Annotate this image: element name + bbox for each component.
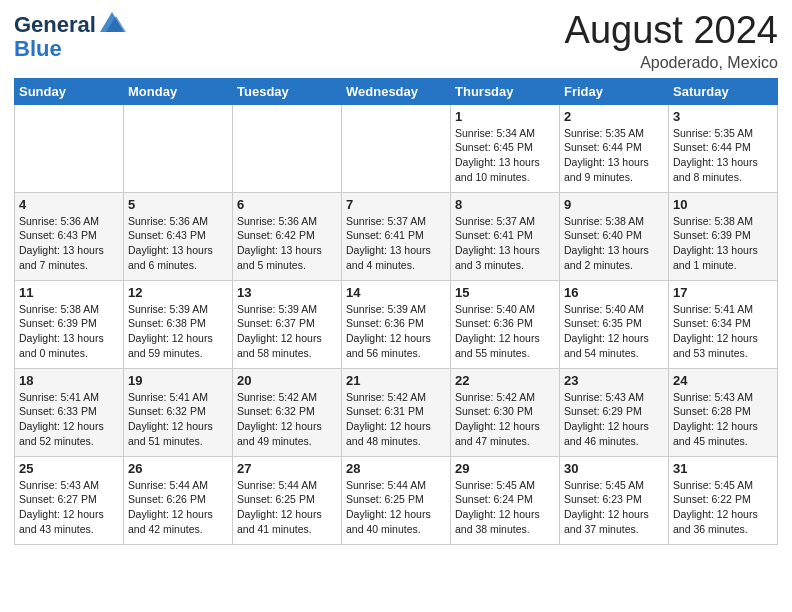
day-number: 18 [19, 373, 119, 388]
day-cell: 28Sunrise: 5:44 AM Sunset: 6:25 PM Dayli… [342, 456, 451, 544]
day-number: 19 [128, 373, 228, 388]
day-number: 30 [564, 461, 664, 476]
day-info: Sunrise: 5:43 AM Sunset: 6:28 PM Dayligh… [673, 390, 773, 449]
day-number: 9 [564, 197, 664, 212]
day-number: 12 [128, 285, 228, 300]
day-cell: 22Sunrise: 5:42 AM Sunset: 6:30 PM Dayli… [451, 368, 560, 456]
day-number: 1 [455, 109, 555, 124]
day-number: 28 [346, 461, 446, 476]
week-row-2: 4Sunrise: 5:36 AM Sunset: 6:43 PM Daylig… [15, 192, 778, 280]
week-row-4: 18Sunrise: 5:41 AM Sunset: 6:33 PM Dayli… [15, 368, 778, 456]
day-cell: 15Sunrise: 5:40 AM Sunset: 6:36 PM Dayli… [451, 280, 560, 368]
day-cell [233, 104, 342, 192]
day-info: Sunrise: 5:38 AM Sunset: 6:39 PM Dayligh… [673, 214, 773, 273]
day-number: 22 [455, 373, 555, 388]
month-title: August 2024 [565, 10, 778, 52]
day-number: 23 [564, 373, 664, 388]
day-info: Sunrise: 5:39 AM Sunset: 6:38 PM Dayligh… [128, 302, 228, 361]
day-cell: 31Sunrise: 5:45 AM Sunset: 6:22 PM Dayli… [669, 456, 778, 544]
day-number: 21 [346, 373, 446, 388]
day-number: 14 [346, 285, 446, 300]
day-number: 6 [237, 197, 337, 212]
day-cell: 8Sunrise: 5:37 AM Sunset: 6:41 PM Daylig… [451, 192, 560, 280]
day-number: 8 [455, 197, 555, 212]
header: General Blue August 2024 Apoderado, Mexi… [14, 10, 778, 72]
day-info: Sunrise: 5:38 AM Sunset: 6:39 PM Dayligh… [19, 302, 119, 361]
day-info: Sunrise: 5:40 AM Sunset: 6:36 PM Dayligh… [455, 302, 555, 361]
day-cell: 11Sunrise: 5:38 AM Sunset: 6:39 PM Dayli… [15, 280, 124, 368]
week-row-5: 25Sunrise: 5:43 AM Sunset: 6:27 PM Dayli… [15, 456, 778, 544]
day-cell: 16Sunrise: 5:40 AM Sunset: 6:35 PM Dayli… [560, 280, 669, 368]
day-info: Sunrise: 5:37 AM Sunset: 6:41 PM Dayligh… [346, 214, 446, 273]
day-info: Sunrise: 5:44 AM Sunset: 6:25 PM Dayligh… [237, 478, 337, 537]
logo-icon [98, 8, 126, 36]
day-cell: 1Sunrise: 5:34 AM Sunset: 6:45 PM Daylig… [451, 104, 560, 192]
day-number: 3 [673, 109, 773, 124]
day-cell: 2Sunrise: 5:35 AM Sunset: 6:44 PM Daylig… [560, 104, 669, 192]
day-info: Sunrise: 5:41 AM Sunset: 6:32 PM Dayligh… [128, 390, 228, 449]
header-row: SundayMondayTuesdayWednesdayThursdayFrid… [15, 78, 778, 104]
logo: General Blue [14, 14, 126, 62]
page: General Blue August 2024 Apoderado, Mexi… [0, 0, 792, 612]
day-cell: 20Sunrise: 5:42 AM Sunset: 6:32 PM Dayli… [233, 368, 342, 456]
day-info: Sunrise: 5:37 AM Sunset: 6:41 PM Dayligh… [455, 214, 555, 273]
day-cell: 14Sunrise: 5:39 AM Sunset: 6:36 PM Dayli… [342, 280, 451, 368]
day-info: Sunrise: 5:41 AM Sunset: 6:34 PM Dayligh… [673, 302, 773, 361]
day-info: Sunrise: 5:41 AM Sunset: 6:33 PM Dayligh… [19, 390, 119, 449]
logo-general: General [14, 14, 96, 36]
day-info: Sunrise: 5:45 AM Sunset: 6:22 PM Dayligh… [673, 478, 773, 537]
day-cell: 27Sunrise: 5:44 AM Sunset: 6:25 PM Dayli… [233, 456, 342, 544]
day-number: 2 [564, 109, 664, 124]
day-number: 25 [19, 461, 119, 476]
day-cell: 7Sunrise: 5:37 AM Sunset: 6:41 PM Daylig… [342, 192, 451, 280]
day-info: Sunrise: 5:42 AM Sunset: 6:30 PM Dayligh… [455, 390, 555, 449]
week-row-1: 1Sunrise: 5:34 AM Sunset: 6:45 PM Daylig… [15, 104, 778, 192]
day-cell: 13Sunrise: 5:39 AM Sunset: 6:37 PM Dayli… [233, 280, 342, 368]
day-info: Sunrise: 5:40 AM Sunset: 6:35 PM Dayligh… [564, 302, 664, 361]
day-info: Sunrise: 5:42 AM Sunset: 6:31 PM Dayligh… [346, 390, 446, 449]
day-info: Sunrise: 5:34 AM Sunset: 6:45 PM Dayligh… [455, 126, 555, 185]
day-cell: 30Sunrise: 5:45 AM Sunset: 6:23 PM Dayli… [560, 456, 669, 544]
day-info: Sunrise: 5:38 AM Sunset: 6:40 PM Dayligh… [564, 214, 664, 273]
day-cell [342, 104, 451, 192]
calendar-table: SundayMondayTuesdayWednesdayThursdayFrid… [14, 78, 778, 545]
day-info: Sunrise: 5:45 AM Sunset: 6:24 PM Dayligh… [455, 478, 555, 537]
day-number: 5 [128, 197, 228, 212]
day-number: 27 [237, 461, 337, 476]
day-cell: 17Sunrise: 5:41 AM Sunset: 6:34 PM Dayli… [669, 280, 778, 368]
day-number: 7 [346, 197, 446, 212]
day-info: Sunrise: 5:42 AM Sunset: 6:32 PM Dayligh… [237, 390, 337, 449]
day-number: 11 [19, 285, 119, 300]
col-header-tuesday: Tuesday [233, 78, 342, 104]
day-info: Sunrise: 5:35 AM Sunset: 6:44 PM Dayligh… [673, 126, 773, 185]
day-info: Sunrise: 5:39 AM Sunset: 6:37 PM Dayligh… [237, 302, 337, 361]
col-header-thursday: Thursday [451, 78, 560, 104]
day-cell: 19Sunrise: 5:41 AM Sunset: 6:32 PM Dayli… [124, 368, 233, 456]
day-number: 17 [673, 285, 773, 300]
day-cell: 24Sunrise: 5:43 AM Sunset: 6:28 PM Dayli… [669, 368, 778, 456]
col-header-monday: Monday [124, 78, 233, 104]
day-cell: 23Sunrise: 5:43 AM Sunset: 6:29 PM Dayli… [560, 368, 669, 456]
day-cell: 5Sunrise: 5:36 AM Sunset: 6:43 PM Daylig… [124, 192, 233, 280]
day-info: Sunrise: 5:36 AM Sunset: 6:43 PM Dayligh… [19, 214, 119, 273]
day-number: 24 [673, 373, 773, 388]
day-cell: 3Sunrise: 5:35 AM Sunset: 6:44 PM Daylig… [669, 104, 778, 192]
day-cell: 29Sunrise: 5:45 AM Sunset: 6:24 PM Dayli… [451, 456, 560, 544]
day-cell: 10Sunrise: 5:38 AM Sunset: 6:39 PM Dayli… [669, 192, 778, 280]
col-header-sunday: Sunday [15, 78, 124, 104]
day-number: 26 [128, 461, 228, 476]
day-info: Sunrise: 5:43 AM Sunset: 6:29 PM Dayligh… [564, 390, 664, 449]
logo-blue: Blue [14, 36, 62, 61]
week-row-3: 11Sunrise: 5:38 AM Sunset: 6:39 PM Dayli… [15, 280, 778, 368]
day-cell: 26Sunrise: 5:44 AM Sunset: 6:26 PM Dayli… [124, 456, 233, 544]
day-number: 31 [673, 461, 773, 476]
day-cell [15, 104, 124, 192]
day-info: Sunrise: 5:36 AM Sunset: 6:42 PM Dayligh… [237, 214, 337, 273]
day-number: 29 [455, 461, 555, 476]
day-number: 13 [237, 285, 337, 300]
day-cell: 25Sunrise: 5:43 AM Sunset: 6:27 PM Dayli… [15, 456, 124, 544]
day-cell: 9Sunrise: 5:38 AM Sunset: 6:40 PM Daylig… [560, 192, 669, 280]
day-cell: 18Sunrise: 5:41 AM Sunset: 6:33 PM Dayli… [15, 368, 124, 456]
day-info: Sunrise: 5:43 AM Sunset: 6:27 PM Dayligh… [19, 478, 119, 537]
day-cell: 21Sunrise: 5:42 AM Sunset: 6:31 PM Dayli… [342, 368, 451, 456]
